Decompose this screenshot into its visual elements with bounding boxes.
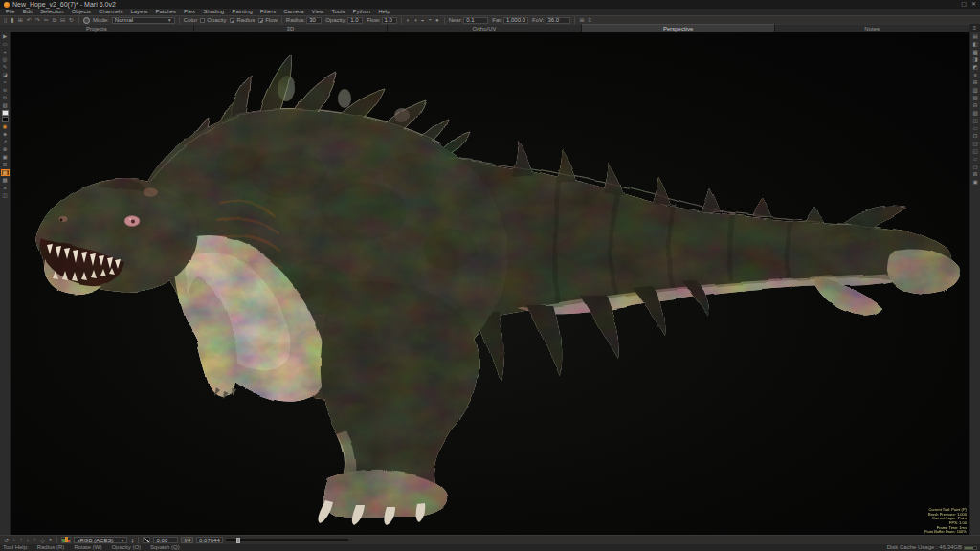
toolbar-icon[interactable]: ↷ xyxy=(34,16,41,24)
palette-icon[interactable]: ≡ xyxy=(971,72,980,78)
menu-item[interactable]: File xyxy=(2,9,19,15)
colorspace-stepper[interactable]: ▲▼ xyxy=(130,538,134,543)
tool-icon[interactable]: ▶ xyxy=(1,33,10,40)
tab-list-menu-icon[interactable]: ≡ xyxy=(969,24,980,32)
palette-icon[interactable]: ◧ xyxy=(971,41,980,48)
palette-icon[interactable]: ▣ xyxy=(971,179,980,186)
camera-field[interactable]: Near: 0.1 xyxy=(449,16,489,24)
viewport-nav-icon[interactable]: ↓ xyxy=(26,537,31,543)
shading-mode-icon[interactable]: ● xyxy=(434,16,440,24)
toolbar-icon[interactable]: ⊟ xyxy=(59,16,66,24)
viewport-nav-icon[interactable]: ↑ xyxy=(19,537,24,543)
tool-icon[interactable]: ≡ xyxy=(1,185,10,191)
canvas-tab[interactable]: Projects xyxy=(0,24,194,32)
menu-item[interactable]: Filters xyxy=(256,9,279,15)
tool-icon[interactable]: ≋ xyxy=(1,87,10,94)
canvas-tab[interactable]: Perspective xyxy=(582,24,776,32)
window-control-button[interactable]: ✕ xyxy=(971,0,976,9)
menu-item[interactable]: Objects xyxy=(68,9,95,15)
palette-icon[interactable]: ▨ xyxy=(971,110,980,117)
toolbar-icon[interactable]: ⊞ xyxy=(579,16,586,24)
tool-icon[interactable]: + xyxy=(1,49,10,55)
viewport-nav-icon[interactable]: + xyxy=(11,537,17,543)
canvas-tab[interactable]: 3D xyxy=(194,24,389,32)
tool-icon[interactable]: ▦ xyxy=(1,169,10,176)
palette-icon[interactable]: ▤ xyxy=(971,33,980,40)
pressure-toggle[interactable]: Opacity xyxy=(200,16,226,24)
camera-field[interactable]: Far: 1,000.0 xyxy=(492,16,528,24)
tool-icon[interactable]: ◫ xyxy=(1,192,10,199)
tool-icon[interactable]: ⧉ xyxy=(1,95,10,101)
menu-item[interactable]: Painting xyxy=(228,9,256,15)
tool-icon[interactable]: ▭ xyxy=(1,41,10,48)
palette-icon[interactable]: ⊟ xyxy=(971,102,980,109)
toolbar-icon[interactable]: ▮ xyxy=(10,16,14,24)
toolbar-icon[interactable]: ≡ xyxy=(588,16,593,24)
tool-icon[interactable]: □ xyxy=(2,110,9,116)
canvas-tab[interactable]: Ortho/UV xyxy=(388,24,582,32)
toolbar-icon[interactable]: ↻ xyxy=(68,16,75,24)
viewport-nav-icon[interactable]: ○ xyxy=(33,537,38,543)
menu-item[interactable]: Tools xyxy=(327,9,348,15)
tool-icon[interactable]: ■ xyxy=(2,117,9,122)
3d-viewport[interactable]: Current Tool: Paint (P)Brush Pressure: 1… xyxy=(11,32,969,535)
palette-icon[interactable]: ▧ xyxy=(971,95,980,101)
tool-icon[interactable]: ≈ xyxy=(1,79,10,86)
menu-item[interactable]: Camera xyxy=(279,9,307,15)
viewport-nav-icon[interactable]: ↺ xyxy=(3,537,10,543)
menu-item[interactable]: View xyxy=(308,9,328,15)
pressure-toggle[interactable]: Radius xyxy=(230,16,255,24)
slider-handle[interactable] xyxy=(236,538,240,543)
toolbar-icon[interactable]: ✂ xyxy=(43,16,50,24)
menu-item[interactable]: Ptex xyxy=(180,9,199,15)
shading-mode-icon[interactable]: ◒ xyxy=(420,16,426,24)
brush-property-field[interactable]: Opacity: 1.0 xyxy=(325,16,363,24)
gain-field[interactable]: 0.00 xyxy=(153,537,178,543)
palette-icon[interactable]: ▱ xyxy=(971,156,980,163)
palette-icon[interactable]: ◳ xyxy=(971,164,980,170)
tool-icon[interactable]: ▨ xyxy=(1,102,10,109)
tool-icon[interactable]: ✎ xyxy=(1,64,10,71)
tool-icon[interactable]: ▣ xyxy=(1,154,10,161)
exposure-field[interactable]: 0.07644 xyxy=(196,537,223,543)
palette-icon[interactable]: ◱ xyxy=(971,148,980,155)
brush-property-field[interactable]: Flow: 1.0 xyxy=(367,16,396,24)
tool-icon[interactable]: ▩ xyxy=(1,177,10,184)
lut-curve-icon[interactable] xyxy=(143,537,150,543)
window-control-button[interactable]: ▢ xyxy=(961,0,967,9)
tool-icon[interactable]: ◈ xyxy=(1,131,10,138)
menu-item[interactable]: Help xyxy=(374,9,393,15)
toolbar-icon[interactable]: ↶ xyxy=(26,16,33,24)
shading-mode-icon[interactable]: ◓ xyxy=(427,16,433,24)
shading-mode-icon[interactable]: ◑ xyxy=(412,16,418,24)
paint-color-swatch[interactable] xyxy=(83,17,90,24)
toolbar-icon[interactable]: ⧉ xyxy=(52,16,57,24)
fstop-button[interactable]: f/4 xyxy=(181,537,193,543)
tool-icon[interactable]: ↗ xyxy=(1,139,10,145)
palette-icon[interactable]: ◫ xyxy=(971,118,980,124)
tool-icon[interactable]: ◎ xyxy=(1,56,10,63)
menu-item[interactable]: Python xyxy=(348,9,374,15)
canvas-tab[interactable]: Notes xyxy=(775,24,969,32)
palette-icon[interactable]: ⊠ xyxy=(971,171,980,178)
toolbar-icon[interactable]: ⊞ xyxy=(17,16,24,24)
palette-icon[interactable]: ▥ xyxy=(971,87,980,94)
palette-icon[interactable]: ◨ xyxy=(971,56,980,63)
menu-item[interactable]: Selection xyxy=(36,9,68,15)
blend-mode-dropdown[interactable]: Normal ▼ xyxy=(112,17,175,24)
histogram-icon[interactable] xyxy=(61,537,71,543)
palette-icon[interactable]: ◲ xyxy=(971,141,980,147)
menu-item[interactable]: Edit xyxy=(19,9,36,15)
tool-icon[interactable]: ◉ xyxy=(1,123,10,130)
palette-icon[interactable]: ◩ xyxy=(971,64,980,71)
toolbar-icon[interactable]: ▯ xyxy=(3,16,8,24)
brush-property-field[interactable]: Radius: 30 xyxy=(286,16,322,24)
palette-icon[interactable]: ⊞ xyxy=(971,79,980,86)
pressure-toggle[interactable]: Flow xyxy=(258,16,278,24)
camera-field[interactable]: FoV: 36.0 xyxy=(532,16,569,24)
viewport-nav-icon[interactable]: ● xyxy=(48,537,54,543)
menu-item[interactable]: Layers xyxy=(126,9,151,15)
menu-item[interactable]: Channels xyxy=(95,9,126,15)
menu-item[interactable]: Patches xyxy=(151,9,180,15)
colorspace-dropdown[interactable]: sRGB (ACES) ▼ xyxy=(74,537,127,543)
